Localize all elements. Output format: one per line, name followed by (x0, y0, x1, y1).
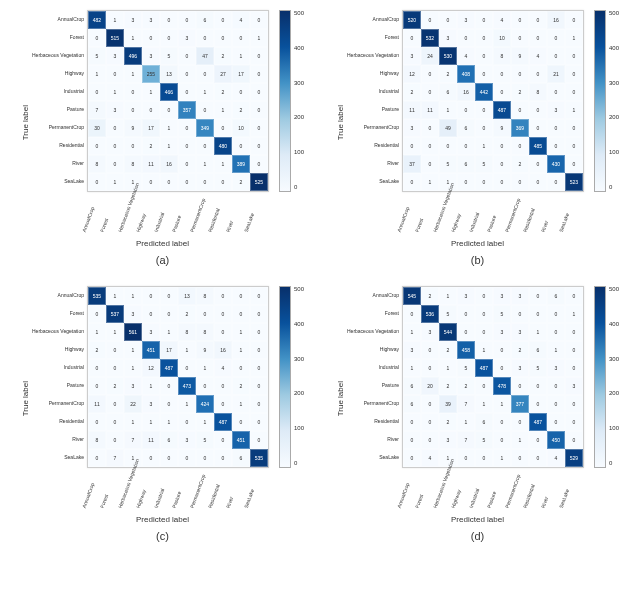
heatmap-cell: 21 (547, 65, 565, 83)
heatmap-cell: 6 (439, 83, 457, 101)
heatmap-cell: 0 (565, 47, 583, 65)
heatmap-matrix: 5452130330600536500500011354400331003024… (402, 286, 584, 468)
heatmap-cell: 0 (232, 83, 250, 101)
heatmap-cell: 5 (475, 155, 493, 173)
heatmap-cell: 0 (250, 101, 268, 119)
heatmap-cell: 3 (565, 377, 583, 395)
heatmap-cell: 255 (142, 65, 160, 83)
heatmap-cell: 1 (565, 101, 583, 119)
heatmap-cell: 1 (565, 305, 583, 323)
row-tick-label: SeaLake (347, 448, 399, 466)
heatmap-cell: 5 (493, 305, 511, 323)
heatmap-cell: 2 (232, 377, 250, 395)
heatmap-cell: 0 (178, 359, 196, 377)
heatmap-cell: 0 (475, 47, 493, 65)
heatmap-cell: 1 (493, 449, 511, 467)
heatmap-cell: 1 (403, 323, 421, 341)
heatmap-cell: 3 (106, 101, 124, 119)
heatmap-cell: 1 (439, 359, 457, 377)
heatmap-cell: 1 (529, 323, 547, 341)
heatmap-cell: 13 (178, 287, 196, 305)
heatmap-cell: 6 (457, 119, 475, 137)
heatmap-cell: 8 (88, 155, 106, 173)
heatmap-cell: 442 (475, 83, 493, 101)
heatmap-cell: 1 (232, 395, 250, 413)
heatmap-cell: 30 (88, 119, 106, 137)
heatmap-cell: 12 (403, 65, 421, 83)
heatmap-cell: 0 (250, 305, 268, 323)
heatmap-cell: 1 (124, 359, 142, 377)
heatmap-cell: 2 (403, 83, 421, 101)
heatmap-cell: 0 (403, 413, 421, 431)
heatmap-cell: 0 (88, 137, 106, 155)
heatmap-cell: 1 (106, 11, 124, 29)
heatmap-cell: 0 (457, 173, 475, 191)
heatmap-cell: 0 (160, 11, 178, 29)
heatmap-cell: 3 (511, 359, 529, 377)
colorbar-ticks: 5004003002001000 (609, 286, 619, 466)
heatmap-cell: 17 (232, 65, 250, 83)
row-tick-label: Highway (32, 340, 84, 358)
heatmap-cell: 0 (547, 413, 565, 431)
colorbar-gradient (594, 286, 606, 468)
x-axis-label: Predicted label (136, 515, 189, 524)
heatmap-cell: 6 (529, 341, 547, 359)
heatmap-cell: 1 (232, 323, 250, 341)
heatmap-cell: 0 (457, 305, 475, 323)
colorbar-tick: 300 (294, 80, 304, 86)
heatmap-cell: 0 (142, 287, 160, 305)
heatmap-cell: 485 (529, 137, 547, 155)
heatmap-cell: 9 (196, 341, 214, 359)
heatmap-cell: 8 (196, 287, 214, 305)
heatmap-cell: 0 (250, 47, 268, 65)
confusion-matrix-panel: True labelAnnualCropForestHerbaceous Veg… (325, 10, 630, 266)
heatmap-cell: 8 (124, 155, 142, 173)
heatmap-cell: 1 (475, 341, 493, 359)
y-axis-label: True label (336, 381, 345, 416)
heatmap-cell: 5 (439, 155, 457, 173)
colorbar-tick: 200 (294, 114, 304, 120)
row-tick-label: Residential (347, 412, 399, 430)
row-tick-label: River (32, 154, 84, 172)
row-tick-label: Pasture (347, 376, 399, 394)
heatmap-cell: 532 (421, 29, 439, 47)
heatmap-cell: 0 (565, 155, 583, 173)
heatmap-cell: 0 (565, 341, 583, 359)
heatmap-cell: 0 (421, 341, 439, 359)
heatmap-cell: 1 (475, 137, 493, 155)
heatmap-cell: 480 (214, 137, 232, 155)
heatmap-cell: 6 (475, 413, 493, 431)
heatmap-cell: 0 (421, 431, 439, 449)
subplot-caption: (d) (471, 530, 484, 542)
heatmap-cell: 0 (232, 359, 250, 377)
heatmap-cell: 8 (196, 323, 214, 341)
heatmap-cell: 0 (529, 155, 547, 173)
heatmap-cell: 487 (529, 413, 547, 431)
heatmap-cell: 0 (565, 323, 583, 341)
heatmap-cell: 0 (88, 359, 106, 377)
heatmap-cell: 536 (421, 305, 439, 323)
heatmap-cell: 0 (547, 29, 565, 47)
heatmap-cell: 0 (475, 65, 493, 83)
row-tick-label: River (347, 154, 399, 172)
heatmap-cell: 0 (421, 359, 439, 377)
heatmap-cell: 520 (403, 11, 421, 29)
row-tick-label: PermanentCrop (347, 394, 399, 412)
colorbar: 5004003002001000 (279, 286, 304, 468)
heatmap-cell: 0 (493, 359, 511, 377)
heatmap-cell: 1 (88, 323, 106, 341)
heatmap-cell: 0 (475, 11, 493, 29)
heatmap-cell: 8 (529, 83, 547, 101)
heatmap-cell: 1 (475, 395, 493, 413)
heatmap-cell: 451 (232, 431, 250, 449)
heatmap-cell: 496 (124, 47, 142, 65)
heatmap-cell: 0 (142, 305, 160, 323)
subplot-caption: (a) (156, 254, 169, 266)
heatmap-cell: 0 (547, 305, 565, 323)
row-tick-label: SeaLake (32, 448, 84, 466)
heatmap-cell: 466 (160, 83, 178, 101)
heatmap-cell: 0 (529, 11, 547, 29)
heatmap-cell: 349 (196, 119, 214, 137)
heatmap-cell: 0 (475, 173, 493, 191)
heatmap-cell: 0 (178, 173, 196, 191)
